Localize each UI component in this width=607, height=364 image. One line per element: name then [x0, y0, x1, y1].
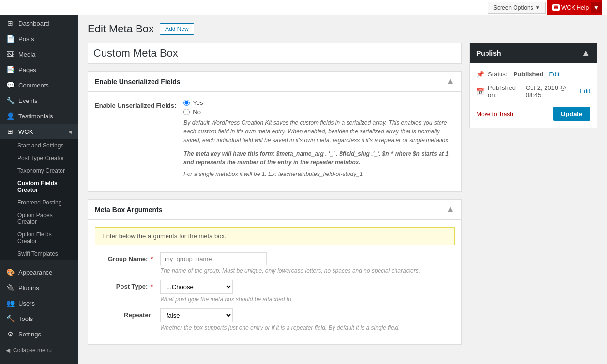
group-name-help: The name of the group. Must be unique, o…: [160, 267, 455, 274]
unserialized-fields-panel: Enable Unserialized Fields ▲ Enable Unse…: [88, 71, 462, 192]
unserialized-fields-panel-title: Enable Unserialized Fields: [95, 78, 181, 86]
group-name-content: The name of the group. Must be unique, o…: [160, 252, 455, 274]
sidebar-item-comments[interactable]: 💬 Comments: [0, 77, 78, 93]
sidebar-panel: Publish ▲ 📌 Status: Published Edit: [462, 43, 597, 128]
sidebar-item-media[interactable]: 🖼 Media: [0, 46, 78, 62]
radio-no-label[interactable]: No: [183, 108, 455, 116]
status-value: Published: [513, 71, 543, 78]
sidebar-item-label: WCK: [18, 128, 33, 135]
radio-no-input[interactable]: [183, 109, 190, 115]
sidebar-item-label: Settings: [18, 331, 41, 338]
sidebar-item-users[interactable]: 👥 Users: [0, 295, 78, 311]
sidebar-item-label: Posts: [18, 35, 34, 43]
meta-box-arguments-panel-body: Enter below the arguments for the meta b…: [88, 220, 461, 344]
submenu-item-swift-templates[interactable]: Swift Templates: [0, 248, 78, 260]
tools-icon: 🔨: [6, 315, 15, 322]
unserialized-panel-toggle-icon: ▲: [446, 76, 455, 87]
group-name-label: Group Name: *: [95, 252, 153, 262]
sidebar-item-pages[interactable]: 📑 Pages: [0, 62, 78, 77]
post-type-select[interactable]: ...Choosepostpage: [160, 280, 233, 294]
sidebar-item-posts[interactable]: 📄 Posts: [0, 31, 78, 46]
repeater-help: Whether the box supports just one entry …: [160, 324, 455, 331]
submenu-item-frontend-posting[interactable]: Frontend Posting: [0, 196, 78, 209]
repeater-select[interactable]: falsetrue: [160, 308, 233, 322]
wck-help-button[interactable]: W WCK Help ▼: [547, 0, 602, 15]
wck-icon: ⊞: [6, 128, 15, 135]
sidebar-item-label: Comments: [18, 82, 49, 89]
repeater-label: Repeater:: [95, 308, 153, 319]
publish-status-row: 📌 Status: Published Edit: [476, 68, 590, 81]
sidebar-item-label: Pages: [18, 66, 36, 73]
screen-options-label: Screen Options: [493, 4, 533, 11]
published-date: Oct 2, 2016 @ 08:45: [526, 84, 574, 99]
status-edit-link[interactable]: Edit: [549, 71, 560, 78]
post-type-required: *: [151, 283, 153, 290]
wck-help-arrow-icon: ▼: [591, 2, 602, 13]
collapse-menu[interactable]: ◀ Collapse menu: [0, 342, 78, 359]
radio-yes-input[interactable]: [183, 100, 190, 106]
group-name-input[interactable]: [160, 252, 267, 265]
testimonials-icon: 👤: [6, 112, 15, 120]
publish-panel: Publish ▲ 📌 Status: Published Edit: [469, 43, 597, 128]
sidebar-item-testimonials[interactable]: 👤 Testimonials: [0, 108, 78, 124]
content-with-sidebar: Enable Unserialized Fields ▲ Enable Unse…: [88, 43, 597, 352]
meta-box-title-input[interactable]: [88, 43, 462, 64]
wck-plugin-icon: W: [552, 4, 560, 11]
sidebar-item-label: Media: [18, 51, 35, 58]
publish-panel-header: Publish ▲: [470, 43, 597, 63]
post-type-content: ...Choosepostpage What post type the met…: [160, 280, 455, 303]
radio-yes-text: Yes: [193, 99, 203, 106]
settings-icon: ⚙: [6, 330, 15, 338]
post-type-help: What post type the meta box should be at…: [160, 296, 455, 303]
meta-box-arguments-panel-header[interactable]: Meta Box Arguments ▲: [88, 200, 461, 220]
update-button[interactable]: Update: [553, 107, 590, 121]
media-icon: 🖼: [6, 50, 15, 58]
publish-toggle-icon[interactable]: ▲: [581, 48, 590, 58]
screen-options-button[interactable]: Screen Options ▼: [488, 2, 546, 14]
submenu-item-start-settings[interactable]: Start and Settings: [0, 139, 78, 152]
sidebar-item-plugins[interactable]: 🔌 Plugins: [0, 280, 78, 295]
submenu-item-post-type-creator[interactable]: Post Type Creator: [0, 152, 78, 164]
sidebar-item-label: Events: [18, 97, 38, 104]
unserialized-fields-panel-header[interactable]: Enable Unserialized Fields ▲: [88, 72, 461, 92]
move-to-trash-link[interactable]: Move to Trash: [476, 111, 513, 117]
content-area: Enable Unserialized Fields ▲ Enable Unse…: [88, 43, 462, 352]
add-new-button[interactable]: Add New: [160, 23, 194, 35]
unserialized-fields-content: Yes No By default WordPress Creation Kit…: [183, 99, 455, 178]
comments-icon: 💬: [6, 81, 15, 89]
sidebar-item-wck[interactable]: ⊞ WCK ◀: [0, 124, 78, 139]
sidebar: ⊞ Dashboard 📄 Posts 🖼 Media 📑 Pages 💬 Co…: [0, 15, 78, 364]
sidebar-item-tools[interactable]: 🔨 Tools: [0, 311, 78, 326]
publish-panel-title: Publish: [476, 49, 501, 57]
sidebar-item-label: Testimonials: [18, 113, 53, 120]
calendar-icon: 📅: [476, 88, 484, 95]
sidebar-item-appearance[interactable]: 🎨 Appearance: [0, 264, 78, 280]
sidebar-item-dashboard[interactable]: ⊞ Dashboard: [0, 15, 78, 31]
dashboard-icon: ⊞: [6, 19, 15, 27]
radio-yes-label[interactable]: Yes: [183, 99, 455, 106]
unserialized-fields-panel-body: Enable Unserialized Fields: Yes: [88, 92, 461, 191]
submenu-item-option-pages-creator[interactable]: Option Pages Creator: [0, 209, 78, 228]
sidebar-item-label: Appearance: [18, 269, 52, 276]
unserialized-fields-row: Enable Unserialized Fields: Yes: [95, 99, 455, 178]
sidebar-item-label: Dashboard: [18, 20, 49, 27]
events-icon: 🔧: [6, 97, 15, 104]
meta-box-arguments-panel: Meta Box Arguments ▲ Enter below the arg…: [88, 199, 462, 345]
page-title: Edit Meta Box: [88, 23, 154, 35]
published-edit-link[interactable]: Edit: [580, 88, 590, 95]
collapse-menu-icon: ◀: [6, 347, 10, 354]
submenu-item-custom-fields-creator[interactable]: Custom Fields Creator: [0, 177, 78, 196]
submenu-item-taxonomy-creator[interactable]: Taxonomy Creator: [0, 164, 78, 177]
published-label: Published on:: [488, 84, 520, 99]
publish-actions: Move to Trash Update: [476, 102, 590, 123]
unserialized-radio-group: Yes No: [183, 99, 455, 116]
group-name-required: *: [151, 255, 153, 262]
users-icon: 👥: [6, 299, 15, 307]
submenu-item-option-fields-creator[interactable]: Option Fields Creator: [0, 228, 78, 248]
sidebar-item-label: Plugins: [18, 284, 39, 291]
meta-key-info: The meta key will have this form: $meta_…: [183, 149, 455, 167]
sidebar-item-events[interactable]: 🔧 Events: [0, 93, 78, 108]
sidebar-item-settings[interactable]: ⚙ Settings: [0, 326, 78, 342]
top-bar: Screen Options ▼ W WCK Help ▼: [0, 0, 607, 15]
publish-date-row: 📅 Published on: Oct 2, 2016 @ 08:45 Edit: [476, 81, 590, 102]
